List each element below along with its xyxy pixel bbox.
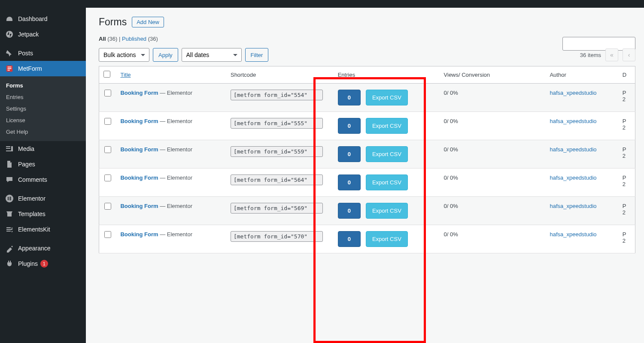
submenu-forms[interactable]: Forms [0, 80, 86, 91]
export-csv-button[interactable]: Export CSV [366, 203, 408, 219]
submenu-entries[interactable]: Entries [0, 91, 86, 103]
author-link[interactable]: hafsa_xpeedstudio [550, 90, 596, 96]
entries-count-button[interactable]: 0 [338, 231, 361, 247]
row-checkbox[interactable] [104, 146, 111, 153]
form-title-link[interactable]: Booking Form [120, 146, 158, 153]
column-shortcode: Shortcode [226, 66, 334, 84]
row-date: P 2 [618, 168, 635, 197]
row-date: P 2 [618, 84, 635, 112]
row-date: P 2 [618, 197, 635, 225]
sidebar-item-label: Pages [18, 161, 35, 168]
table-row: Booking Form — Elementor[metform form_id… [99, 197, 635, 225]
author-link[interactable]: hafsa_xpeedstudio [550, 118, 596, 124]
row-checkbox[interactable] [104, 175, 111, 181]
shortcode-field[interactable]: [metform form_id="564" [231, 175, 323, 185]
sidebar-item-plugins[interactable]: Plugins1 [0, 256, 86, 271]
sidebar-item-jetpack[interactable]: Jetpack [0, 27, 86, 42]
views-conversion: 0/ 0% [440, 225, 546, 253]
bulk-apply-button[interactable]: Apply [153, 48, 178, 62]
forms-table: Title Shortcode Entries Views/ Conversio… [99, 66, 635, 253]
column-title[interactable]: Title [120, 72, 131, 78]
entries-count-button[interactable]: 0 [338, 203, 361, 219]
sidebar-item-media[interactable]: Media [0, 141, 86, 156]
svg-point-0 [6, 31, 13, 38]
export-csv-button[interactable]: Export CSV [366, 118, 408, 134]
row-checkbox[interactable] [104, 203, 111, 210]
author-link[interactable]: hafsa_xpeedstudio [550, 175, 596, 181]
row-checkbox[interactable] [104, 231, 111, 238]
sidebar-item-templates[interactable]: Templates [0, 206, 86, 222]
export-csv-button[interactable]: Export CSV [366, 231, 408, 247]
entries-count-button[interactable]: 0 [338, 90, 361, 105]
export-csv-button[interactable]: Export CSV [366, 90, 408, 105]
sidebar-item-label: Appearance [18, 245, 51, 252]
date-filter-select[interactable]: All dates [182, 48, 242, 62]
shortcode-field[interactable]: [metform form_id="555" [231, 118, 323, 129]
author-link[interactable]: hafsa_xpeedstudio [550, 231, 596, 238]
submenu-license[interactable]: License [0, 114, 86, 126]
svg-rect-2 [8, 67, 12, 68]
sidebar-item-elementor[interactable]: Elementor [0, 191, 86, 206]
shortcode-field[interactable]: [metform form_id="570" [231, 231, 323, 242]
entries-count-button[interactable]: 0 [338, 175, 361, 190]
views-conversion: 0/ 0% [440, 168, 546, 197]
submenu-get-help[interactable]: Get Help [0, 126, 86, 138]
plugins-icon [5, 259, 14, 268]
filter-all[interactable]: All [99, 36, 106, 42]
jetpack-icon [5, 30, 14, 39]
sidebar-item-label: ElementsKit [18, 226, 50, 233]
svg-rect-3 [8, 68, 12, 69]
sidebar-item-label: Elementor [18, 195, 46, 202]
views-conversion: 0/ 0% [440, 84, 546, 112]
views-conversion: 0/ 0% [440, 140, 546, 168]
select-all-checkbox[interactable] [103, 71, 110, 78]
sidebar-item-posts[interactable]: Posts [0, 45, 86, 61]
row-checkbox[interactable] [104, 118, 111, 125]
form-title-link[interactable]: Booking Form [120, 118, 158, 124]
page-first-button[interactable]: « [605, 48, 618, 61]
status-filter: All (36) | Published (36) [99, 36, 635, 42]
dashboard-icon [5, 15, 14, 23]
filter-button[interactable]: Filter [245, 48, 269, 62]
author-link[interactable]: hafsa_xpeedstudio [550, 146, 596, 153]
entries-count-button[interactable]: 0 [338, 118, 361, 134]
form-title-link[interactable]: Booking Form [120, 203, 158, 209]
sidebar-item-pages[interactable]: Pages [0, 156, 86, 172]
table-row: Booking Form — Elementor[metform form_id… [99, 140, 635, 168]
pages-icon [5, 160, 14, 168]
add-new-button[interactable]: Add New [132, 17, 164, 27]
svg-rect-9 [9, 199, 11, 200]
views-conversion: 0/ 0% [440, 112, 546, 140]
sidebar-item-appearance[interactable]: Appearance [0, 241, 86, 256]
page-prev-button[interactable]: ‹ [623, 48, 635, 61]
author-link[interactable]: hafsa_xpeedstudio [550, 203, 596, 209]
comments-icon [5, 175, 14, 184]
entries-count-button[interactable]: 0 [338, 146, 361, 162]
export-csv-button[interactable]: Export CSV [366, 175, 408, 190]
content-area: Forms Add New All (36) | Published (36) … [86, 8, 644, 343]
sidebar-item-metform[interactable]: MetForm [0, 61, 86, 76]
table-row: Booking Form — Elementor[metform form_id… [99, 168, 635, 197]
form-title-link[interactable]: Booking Form [120, 175, 158, 181]
column-author: Author [545, 66, 618, 84]
filter-published[interactable]: Published [122, 36, 146, 42]
sidebar-item-elementskit[interactable]: ElementsKit [0, 222, 86, 237]
export-csv-button[interactable]: Export CSV [366, 146, 408, 162]
table-row: Booking Form — Elementor[metform form_id… [99, 112, 635, 140]
shortcode-field[interactable]: [metform form_id="569" [231, 203, 323, 214]
form-title-link[interactable]: Booking Form [120, 90, 158, 96]
media-icon [5, 144, 14, 153]
column-date: D [618, 66, 635, 84]
sidebar-item-comments[interactable]: Comments [0, 172, 86, 187]
row-checkbox[interactable] [104, 90, 111, 96]
shortcode-field[interactable]: [metform form_id="559" [231, 146, 323, 157]
items-count: 36 items [580, 52, 601, 58]
sidebar-item-label: Comments [18, 176, 47, 183]
submenu-settings[interactable]: Settings [0, 103, 86, 114]
sidebar-item-dashboard[interactable]: Dashboard [0, 11, 86, 27]
table-row: Booking Form — Elementor[metform form_id… [99, 225, 635, 253]
bulk-actions-select[interactable]: Bulk actions [99, 48, 149, 62]
form-title-link[interactable]: Booking Form [120, 231, 158, 238]
row-date: P 2 [618, 225, 635, 253]
shortcode-field[interactable]: [metform form_id="554" [231, 90, 323, 100]
